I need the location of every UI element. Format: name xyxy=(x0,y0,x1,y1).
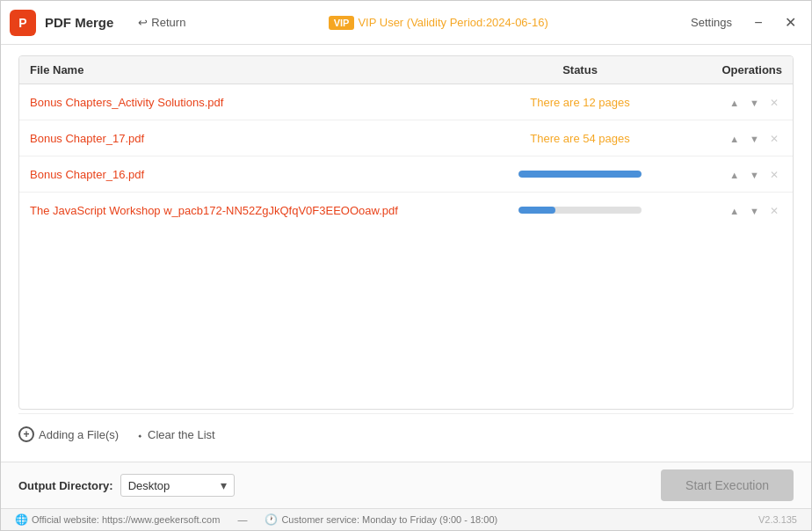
logo-text: P xyxy=(18,16,26,30)
close-icon xyxy=(770,131,779,145)
operations-cell xyxy=(668,93,782,111)
footer-bar: Output Directory: Desktop Start Executio… xyxy=(1,462,811,508)
app-logo: P xyxy=(10,10,36,36)
arrow-down-icon xyxy=(750,131,759,145)
title-bar-left: P PDF Merge ↩ Return xyxy=(10,10,192,36)
website-text: Official website: https://www.geekersoft… xyxy=(32,514,220,525)
progress-bar-container xyxy=(518,171,642,178)
move-up-button[interactable] xyxy=(726,129,743,147)
operations-cell xyxy=(668,129,782,147)
clock-icon: 🕐 xyxy=(265,513,278,526)
move-down-button[interactable] xyxy=(746,93,763,111)
move-down-button[interactable] xyxy=(746,129,763,147)
status-cell xyxy=(492,207,668,214)
output-directory-value: Desktop xyxy=(128,479,215,492)
status-cell: There are 54 pages xyxy=(492,132,668,145)
remove-button[interactable] xyxy=(766,201,782,219)
progress-bar-container xyxy=(518,207,642,214)
close-button[interactable]: ✕ xyxy=(778,11,802,35)
arrow-up-icon xyxy=(729,95,739,109)
website-item: 🌐 Official website: https://www.geekerso… xyxy=(15,513,220,526)
return-label: Return xyxy=(151,16,185,29)
arrow-down-icon xyxy=(750,203,759,217)
col-status: Status xyxy=(492,63,668,76)
settings-button[interactable]: Settings xyxy=(684,12,739,33)
customer-service-text: Customer service: Monday to Friday (9:00… xyxy=(281,514,497,525)
status-bar: 🌐 Official website: https://www.geekerso… xyxy=(1,508,811,530)
remove-button[interactable] xyxy=(766,165,782,183)
table-header: File Name Status Operations xyxy=(19,56,793,84)
operations-cell xyxy=(668,165,782,183)
remove-button[interactable] xyxy=(766,129,782,147)
table-row: The JavaScript Workshop w_pacb172-NN52Zg… xyxy=(19,193,793,228)
close-icon xyxy=(770,95,779,109)
status-cell: There are 12 pages xyxy=(492,96,668,109)
clear-list-button[interactable]: ⬩ Clear the List xyxy=(136,424,215,445)
title-bar: P PDF Merge ↩ Return VIP VIP User (Valid… xyxy=(1,1,811,45)
close-icon xyxy=(770,167,779,181)
table-row: Bonus Chapter_16.pdf xyxy=(19,156,793,193)
file-name: Bonus Chapters_Activity Solutions.pdf xyxy=(30,96,492,109)
customer-service-item: 🕐 Customer service: Monday to Friday (9:… xyxy=(265,513,497,526)
operations-cell xyxy=(668,201,782,219)
file-table: File Name Status Operations Bonus Chapte… xyxy=(18,55,794,410)
progress-bar-fill xyxy=(518,207,555,214)
output-directory-select[interactable]: Desktop xyxy=(120,474,235,497)
status-cell xyxy=(492,171,668,178)
file-name: Bonus Chapter_16.pdf xyxy=(30,168,492,181)
return-button[interactable]: ↩ Return xyxy=(131,12,192,33)
add-file-button[interactable]: + Adding a File(s) xyxy=(18,423,119,446)
main-window: P PDF Merge ↩ Return VIP VIP User (Valid… xyxy=(0,0,812,531)
clear-list-label: Clear the List xyxy=(148,428,215,441)
start-execution-button[interactable]: Start Execution xyxy=(661,469,794,501)
return-arrow-icon: ↩ xyxy=(138,16,148,29)
progress-bar-fill xyxy=(518,171,642,178)
chevron-down-icon xyxy=(221,478,227,492)
arrow-up-icon xyxy=(729,131,739,145)
move-down-button[interactable] xyxy=(746,201,763,219)
move-down-button[interactable] xyxy=(746,165,763,183)
arrow-up-icon xyxy=(729,167,739,181)
title-bar-right: Settings − ✕ xyxy=(684,11,802,35)
col-operations: Operations xyxy=(668,63,782,76)
add-file-label: Adding a File(s) xyxy=(39,428,119,441)
table-row: Bonus Chapters_Activity Solutions.pdf Th… xyxy=(19,84,793,120)
output-label: Output Directory: xyxy=(18,479,113,492)
title-bar-center: VIP VIP User (Validity Period:2024-06-16… xyxy=(192,16,684,30)
vip-info: VIP User (Validity Period:2024-06-16) xyxy=(358,16,547,29)
file-name: The JavaScript Workshop w_pacb172-NN52Zg… xyxy=(30,204,492,217)
table-body: Bonus Chapters_Activity Solutions.pdf Th… xyxy=(19,84,793,409)
content-area: File Name Status Operations Bonus Chapte… xyxy=(1,45,811,462)
file-name: Bonus Chapter_17.pdf xyxy=(30,132,492,145)
app-name: PDF Merge xyxy=(45,15,113,30)
move-up-button[interactable] xyxy=(726,201,743,219)
diamond-icon: ⬩ xyxy=(136,427,143,441)
remove-button[interactable] xyxy=(766,93,782,111)
move-up-button[interactable] xyxy=(726,93,743,111)
plus-circle-icon: + xyxy=(18,426,34,442)
bottom-actions: + Adding a File(s) ⬩ Clear the List xyxy=(18,413,794,451)
version-text: V2.3.135 xyxy=(758,514,797,525)
globe-icon: 🌐 xyxy=(15,513,28,526)
table-row: Bonus Chapter_17.pdf There are 54 pages xyxy=(19,120,793,156)
arrow-up-icon xyxy=(729,203,739,217)
close-icon xyxy=(770,203,779,217)
vip-badge: VIP xyxy=(329,16,355,30)
col-filename: File Name xyxy=(30,63,492,76)
arrow-down-icon xyxy=(750,95,759,109)
arrow-down-icon xyxy=(750,167,759,181)
minimize-button[interactable]: − xyxy=(746,11,771,35)
separator: — xyxy=(237,514,247,525)
move-up-button[interactable] xyxy=(726,165,743,183)
